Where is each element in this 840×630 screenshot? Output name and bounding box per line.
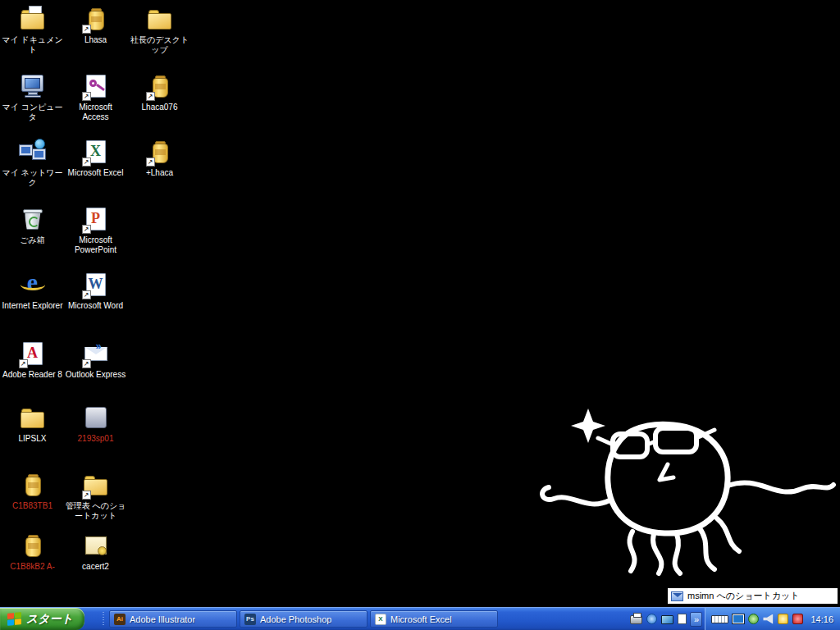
icon-label: Internet Explorer (2, 301, 63, 311)
messenger-icon[interactable] (748, 614, 759, 624)
notification-icons-left (630, 608, 690, 630)
shortcut-arrow-icon: ↗ (82, 359, 91, 368)
display-icon[interactable] (661, 615, 673, 624)
icon-label: マイ ドキュメント (2, 35, 63, 55)
task-button-photoshop[interactable]: PsAdobe Photoshop (240, 610, 368, 628)
task-button-label: Adobe Photoshop (260, 614, 331, 624)
icon-label: LIPSLX (2, 434, 63, 444)
doodle-tentacle-1 (630, 532, 635, 571)
desktop-icon-ms-powerpoint[interactable]: P↗Microsoft PowerPoint (65, 205, 126, 255)
desktop-icon-lhaca076[interactable]: ↗Lhaca076 (129, 72, 190, 112)
outlook-express-icon: »↗ (81, 340, 111, 368)
president-desktop-icon (145, 5, 175, 33)
printer-icon[interactable] (630, 615, 642, 624)
task-button-illustrator[interactable]: AiAdobe Illustrator (109, 610, 237, 628)
photoshop-icon: Ps (244, 614, 256, 625)
desktop-icon-cacert2[interactable]: cacert2 (65, 532, 126, 572)
doodle-nose (660, 464, 673, 480)
icon-label: Outlook Express (65, 370, 126, 380)
ms-excel-icon: X↗ (81, 138, 111, 166)
desktop-icon-ms-word[interactable]: W↗Microsoft Word (65, 271, 126, 311)
lhaca076-icon: ↗ (145, 72, 175, 100)
my-computer-icon (18, 72, 48, 100)
doodle-tentacle-5 (717, 518, 739, 551)
icon-label: マイ コンピュータ (2, 103, 63, 122)
adobe-reader-8-icon: A↗ (18, 340, 48, 368)
desktop-icon-plus-lhaca[interactable]: ↗+Lhaca (129, 138, 190, 178)
desktop-icon-archive-c1a[interactable]: C1B83TB1 (2, 471, 63, 511)
desktop-icon-app-2193[interactable]: 2193sp01 (65, 404, 126, 444)
network-icon[interactable] (733, 614, 744, 623)
doodle-tentacle-3 (675, 534, 680, 573)
shortcut-arrow-icon: ↗ (146, 92, 155, 101)
desktop-icon-archive-c1b[interactable]: C1B8kB2 A- (2, 532, 63, 572)
update-icon[interactable] (646, 614, 657, 624)
doodle-arm-right (728, 482, 833, 491)
desktop-icon-my-computer[interactable]: マイ コンピュータ (2, 72, 63, 122)
lhasa-icon: ↗ (81, 5, 111, 33)
my-documents-icon (18, 5, 48, 33)
desktop-icon-recycle-bin[interactable]: ごみ箱 (2, 205, 63, 245)
system-tray: 14:16 (705, 608, 840, 630)
task-button-excel[interactable]: XMicrosoft Excel (370, 610, 498, 628)
icon-label: Microsoft PowerPoint (65, 235, 126, 255)
tray-overflow-chevron[interactable]: » (690, 612, 702, 627)
desktop-icon-lhasa[interactable]: ↗Lhasa (65, 5, 126, 45)
start-button[interactable]: スタート (0, 608, 84, 630)
desktop-icon-president-desktop[interactable]: 社長のデスクトップ (129, 5, 190, 55)
rename-text: msimn へのショートカット (687, 590, 800, 602)
cacert2-icon (81, 532, 111, 559)
icon-label: Microsoft Excel (65, 168, 126, 178)
icon-label: マイ ネットワーク (2, 168, 63, 188)
shortcut-arrow-icon: ↗ (82, 225, 91, 234)
desktop-icon-ms-access[interactable]: ↗Microsoft Access (65, 72, 126, 122)
icon-label: C1B8kB2 A- (2, 562, 63, 572)
octopus-doodle (529, 382, 840, 579)
taskbar-empty-space[interactable] (498, 608, 630, 630)
desktop-icon-internet-explorer[interactable]: eInternet Explorer (2, 271, 63, 311)
icon-label: Lhasa (65, 35, 126, 45)
antivirus-icon[interactable] (792, 614, 803, 624)
rename-box[interactable]: msimn へのショートカット (667, 587, 838, 605)
desktop-icon-my-documents[interactable]: マイ ドキュメント (2, 5, 63, 55)
desktop-icon-adobe-reader-8[interactable]: A↗Adobe Reader 8 (2, 340, 63, 380)
scheduler-icon[interactable] (778, 614, 788, 624)
desktop-icon-lipslx[interactable]: LIPSLX (2, 404, 63, 444)
desktop-icon-kanri-folder[interactable]: ↗管理表 へのショートカット (65, 471, 126, 521)
shortcut-arrow-icon: ↗ (82, 290, 91, 299)
icon-label: 社長のデスクトップ (129, 35, 190, 55)
archive-c1a-icon (18, 471, 48, 499)
shortcut-arrow-icon: ↗ (82, 491, 91, 500)
doodle-arm-left (542, 487, 609, 504)
recycle-bin-icon (18, 205, 48, 233)
icon-label: +Lhaca (129, 168, 190, 178)
task-button-label: Microsoft Excel (390, 614, 452, 624)
icon-label: 2193sp01 (65, 434, 126, 444)
internet-explorer-icon: e (18, 271, 48, 299)
lipslx-icon (18, 404, 48, 431)
my-network-icon (18, 138, 48, 166)
illustrator-icon: Ai (114, 614, 126, 625)
document-icon[interactable] (678, 614, 687, 624)
volume-icon[interactable] (763, 614, 774, 624)
icon-label: Microsoft Access (65, 103, 126, 122)
doodle-sunglasses-right-lens (655, 428, 696, 452)
keyboard-icon[interactable] (711, 615, 728, 623)
ms-access-icon: ↗ (81, 72, 111, 100)
shortcut-arrow-icon: ↗ (19, 359, 28, 368)
desktop-icon-outlook-express[interactable]: »↗Outlook Express (65, 340, 126, 380)
shortcut-arrow-icon: ↗ (82, 25, 91, 34)
taskbar-clock[interactable]: 14:16 (810, 614, 833, 624)
icon-label: 管理表 へのショートカット (65, 501, 126, 521)
start-button-label: スタート (26, 612, 73, 627)
icon-label: Microsoft Word (65, 301, 126, 311)
desktop-icon-ms-excel[interactable]: X↗Microsoft Excel (65, 138, 126, 178)
desktop-icon-my-network[interactable]: マイ ネットワーク (2, 138, 63, 188)
icon-label: Adobe Reader 8 (2, 370, 63, 380)
ms-powerpoint-icon: P↗ (81, 205, 111, 233)
desktop[interactable]: { "desktop": { "background_color": "#000… (0, 0, 840, 630)
excel-icon: X (375, 614, 386, 625)
app-2193-icon (81, 404, 111, 431)
shortcut-arrow-icon: ↗ (146, 158, 155, 167)
ms-word-icon: W↗ (81, 271, 111, 299)
